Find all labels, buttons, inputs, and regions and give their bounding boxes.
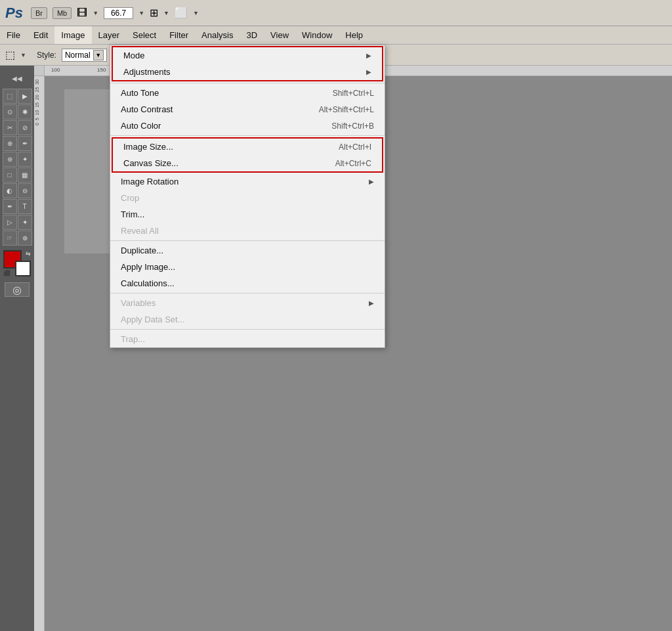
section-apply: Duplicate... Apply Image... Calculations… [110,242,385,292]
eyedropper-tool[interactable]: ⊘ [18,120,32,135]
menu-file[interactable]: File [0,26,27,44]
vertical-ruler: 0 5 10 15 20 25 30 [34,76,45,631]
calculations-label: Calculations... [121,278,175,288]
menu-item-calculations[interactable]: Calculations... [110,275,385,292]
background-color[interactable] [15,261,31,276]
separator-1 [110,83,385,83]
variables-submenu-arrow: ▶ [369,299,374,307]
screen-mode-icon[interactable]: ⬜ [175,7,188,19]
menu-edit[interactable]: Edit [27,26,54,44]
apply-data-set-label: Apply Data Set... [121,315,185,324]
default-colors-icon[interactable]: ⬛ [3,270,10,276]
mb-button[interactable]: Mb [52,7,72,19]
menu-item-canvas-size[interactable]: Canvas Size... Alt+Ctrl+C [113,155,382,171]
marquee-tool[interactable]: ⬚ [3,89,17,104]
crop-tool[interactable]: ✂ [3,120,17,135]
menu-select[interactable]: Select [126,26,163,44]
adjustments-submenu-arrow: ▶ [366,68,371,76]
menu-item-trap: Trap... [110,331,385,347]
eraser-tool[interactable]: □ [3,167,17,183]
menu-item-auto-contrast[interactable]: Auto Contrast Alt+Shift+Ctrl+L [110,101,385,118]
gradient-tool[interactable]: ▦ [18,167,32,183]
tool-row-4: ⊕ ✒ [3,136,32,151]
mode-label: Mode [123,51,145,60]
quick-mask-button[interactable]: ◎ [5,282,30,297]
quick-select-tool[interactable]: ✱ [18,104,32,120]
menu-item-auto-tone[interactable]: Auto Tone Shift+Ctrl+L [110,85,385,101]
image-dropdown-menu: Mode ▶ Adjustments ▶ Auto Tone Shift+Ctr… [110,45,385,348]
swap-colors-icon[interactable]: ⇆ [26,250,31,257]
separator-2 [110,135,385,136]
auto-contrast-shortcut: Alt+Shift+Ctrl+L [319,105,374,114]
br-button[interactable]: Br [31,7,47,19]
title-bar: Ps Br Mb 🎞 ▼ 66.7 ▼ ⊞ ▼ ⬜ ▼ [0,0,672,26]
separator-4 [110,293,385,294]
filmstrip-dropdown[interactable]: ▼ [93,10,98,16]
menu-analysis[interactable]: Analysis [195,26,240,44]
auto-tone-label: Auto Tone [121,88,159,98]
clone-tool[interactable]: ⊛ [3,152,17,167]
screen-mode-dropdown-arrow[interactable]: ▼ [193,10,199,16]
tool-row-10: ☞ ⊕ [3,230,32,246]
image-size-label: Image Size... [123,142,173,152]
pen-tool[interactable]: ✒ [3,199,17,214]
image-rotation-label: Image Rotation [121,177,178,186]
layout-icon[interactable]: ⊞ [150,7,158,19]
menu-item-image-rotation[interactable]: Image Rotation ▶ [110,173,385,190]
menu-item-apply-data-set: Apply Data Set... [110,311,385,328]
menu-item-mode[interactable]: Mode ▶ [113,47,382,64]
path-tool[interactable]: ▷ [3,215,17,230]
filmstrip-icon[interactable]: 🎞 [77,7,87,19]
apply-image-label: Apply Image... [121,262,175,272]
menu-image[interactable]: Image [54,26,91,44]
shape-tool[interactable]: ✦ [18,215,32,230]
duplicate-label: Duplicate... [121,246,163,255]
brush-tool[interactable]: ✒ [18,136,32,151]
style-value: Normal [65,51,91,60]
menu-layer[interactable]: Layer [92,26,127,44]
text-tool[interactable]: T [18,199,32,214]
healing-tool[interactable]: ⊕ [3,136,17,151]
crop-label: Crop [121,193,139,203]
tool-row-6: □ ▦ [3,167,32,183]
canvas-size-label: Canvas Size... [123,158,178,168]
menu-view[interactable]: View [264,26,295,44]
menu-item-apply-image[interactable]: Apply Image... [110,259,385,275]
menu-item-auto-color[interactable]: Auto Color Shift+Ctrl+B [110,118,385,134]
ruler-corner [34,66,45,76]
zoom-tool[interactable]: ⊕ [18,230,32,246]
section-variables: Variables ▶ Apply Data Set... [110,295,385,328]
style-label: Style: [37,51,56,60]
menu-item-adjustments[interactable]: Adjustments ▶ [113,64,382,80]
layout-dropdown-arrow[interactable]: ▼ [163,10,169,16]
menu-filter[interactable]: Filter [163,26,195,44]
lasso-tool[interactable]: ⊙ [3,104,17,120]
menu-item-duplicate[interactable]: Duplicate... [110,242,385,259]
ruler-h-100: 100 [51,67,60,73]
canvas-size-shortcut: Alt+Ctrl+C [335,159,371,168]
style-select[interactable]: Normal ▼ [62,49,107,62]
dodge-tool[interactable]: ⊖ [18,183,32,198]
menu-window[interactable]: Window [295,26,339,44]
menu-help[interactable]: Help [339,26,369,44]
toolbar-collapse[interactable]: ◀◀ [12,68,22,88]
menu-item-crop: Crop [110,190,385,206]
zoom-dropdown-arrow[interactable]: ▼ [138,10,144,16]
hand-tool[interactable]: ☞ [3,230,17,246]
menu-bar: File Edit Image Layer Select Filter Anal… [0,26,672,45]
style-dropdown-btn[interactable]: ▼ [93,50,104,60]
menu-item-image-size[interactable]: Image Size... Alt+Ctrl+I [113,139,382,155]
zoom-display[interactable]: 66.7 [104,7,133,19]
tool-row-8: ✒ T [3,199,32,214]
move-tool[interactable]: ▶ [18,89,32,104]
menu-item-trim[interactable]: Trim... [110,206,385,223]
section-transform: Image Rotation ▶ Crop Trim... Reveal All [110,173,385,239]
tool-row-1: ⬚ ▶ [3,89,32,104]
blur-tool[interactable]: ◐ [3,183,17,198]
menu-item-variables: Variables ▶ [110,295,385,311]
auto-color-shortcut: Shift+Ctrl+B [331,121,374,131]
history-tool[interactable]: ✦ [18,152,32,167]
menu-3d[interactable]: 3D [240,26,264,44]
section-trap: Trap... [110,331,385,347]
variables-label: Variables [121,298,156,308]
